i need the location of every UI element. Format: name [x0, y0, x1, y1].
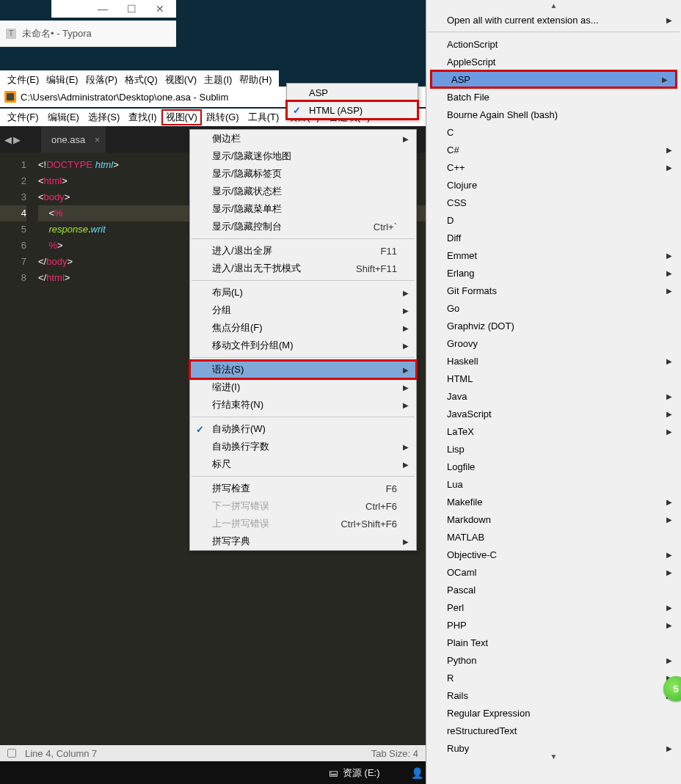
syntax-item[interactable]: JavaScript▶	[426, 405, 681, 422]
taskbar-drive[interactable]: 🖴 资源 (E:)	[329, 766, 380, 780]
typora-title: 未命名• - Typora	[22, 27, 92, 40]
view-menu-item[interactable]: 进入/退出全屏F11	[190, 242, 416, 260]
tab-close-icon[interactable]: ×	[95, 134, 101, 145]
syntax-item[interactable]: LaTeX▶	[426, 422, 681, 440]
syntax-item[interactable]: Objective-C▶	[426, 546, 681, 563]
sublime-menu-item[interactable]: 文件(F)	[3, 109, 43, 125]
sublime-menu-item[interactable]: 编辑(E)	[43, 109, 84, 125]
user-icon[interactable]: 👤	[411, 767, 423, 779]
sublime-menu-item[interactable]: 视图(V)	[161, 109, 202, 125]
syntax-item[interactable]: Lisp	[426, 440, 681, 458]
syntax-item[interactable]: Python▶	[426, 651, 681, 669]
syntax-item[interactable]: R▶	[426, 669, 681, 686]
view-menu-item[interactable]: ✓自动换行(W)	[190, 420, 416, 438]
sublime-menu-item[interactable]: 选择(S)	[84, 109, 124, 125]
syntax-item[interactable]: CSS	[426, 194, 681, 211]
view-menu-item[interactable]: 显示/隐藏迷你地图	[190, 147, 416, 165]
syntax-item[interactable]: Erlang▶	[426, 264, 681, 282]
syntax-menu[interactable]: ▲ Open all with current extension as... …	[426, 0, 681, 784]
sublime-menu-item[interactable]: 工具(T)	[244, 109, 284, 125]
typora-menu-item[interactable]: 主题(I)	[201, 72, 235, 88]
close-button[interactable]: ✕	[156, 3, 164, 15]
view-menu-item: 上一拼写错误Ctrl+Shift+F6	[190, 515, 416, 532]
view-menu-item[interactable]: 侧边栏▶	[190, 130, 416, 147]
drive-label: 资源 (E:)	[343, 766, 380, 780]
typora-menu-item[interactable]: 视图(V)	[162, 72, 200, 88]
syntax-item[interactable]: OCaml▶	[426, 563, 681, 581]
syntax-item[interactable]: PHP▶	[426, 616, 681, 634]
syntax-item[interactable]: HTML	[426, 370, 681, 387]
view-menu-item[interactable]: 布局(L)▶	[190, 284, 416, 301]
minimize-button[interactable]: —	[98, 3, 108, 15]
line-number: 3	[0, 189, 26, 205]
view-menu-item[interactable]: 语法(S)▶	[190, 361, 416, 378]
syntax-item[interactable]: AppleScript	[426, 53, 681, 70]
syntax-item[interactable]: Go	[426, 299, 681, 317]
view-menu-item[interactable]: 显示/隐藏菜单栏	[190, 200, 416, 218]
chevron-right-icon: ▶	[666, 252, 672, 260]
syntax-item[interactable]: C	[426, 123, 681, 141]
tab-one-asa[interactable]: one.asa ×	[41, 126, 106, 153]
asp-submenu[interactable]: ASP✓HTML (ASP)	[286, 83, 418, 120]
separator	[428, 32, 680, 32]
syntax-item[interactable]: Clojure	[426, 176, 681, 194]
view-menu-item[interactable]: 显示/隐藏状态栏	[190, 183, 416, 200]
syntax-item[interactable]: Markdown▶	[426, 510, 681, 528]
chevron-right-icon: ▶	[403, 538, 409, 546]
syntax-item[interactable]: C#▶	[426, 141, 681, 158]
view-menu-item[interactable]: 进入/退出无干扰模式Shift+F11	[190, 260, 416, 277]
typora-menu-item[interactable]: 编辑(E)	[43, 72, 81, 88]
syntax-item[interactable]: Groovy	[426, 334, 681, 352]
view-menu-item[interactable]: 移动文件到分组(M)▶	[190, 337, 416, 354]
syntax-item[interactable]: Regular Expression	[426, 704, 681, 722]
syntax-item[interactable]: MATLAB	[426, 528, 681, 546]
syntax-item[interactable]: Batch File	[426, 88, 681, 106]
syntax-item[interactable]: Lua	[426, 475, 681, 493]
view-menu-item[interactable]: 拼写字典▶	[190, 532, 416, 550]
syntax-item[interactable]: Diff	[426, 229, 681, 246]
asp-menu-item[interactable]: ✓HTML (ASP)	[287, 101, 418, 119]
view-menu-item[interactable]: 标尺▶	[190, 455, 416, 473]
syntax-item[interactable]: Logfile	[426, 458, 681, 475]
syntax-item[interactable]: Makefile▶	[426, 493, 681, 510]
asp-menu-item[interactable]: ASP	[287, 84, 418, 101]
syntax-item[interactable]: Graphviz (DOT)	[426, 317, 681, 334]
syntax-item[interactable]: ActionScript	[426, 35, 681, 53]
sublime-menu-item[interactable]: 查找(I)	[124, 109, 161, 125]
tab-nav[interactable]: ◀▶	[0, 134, 25, 145]
view-menu-item[interactable]: 缩进(I)▶	[190, 378, 416, 396]
syntax-item[interactable]: Haskell▶	[426, 352, 681, 370]
syntax-item[interactable]: ASP▶	[431, 70, 677, 88]
syntax-item[interactable]: Emmet▶	[426, 246, 681, 264]
syntax-label: Batch File	[447, 92, 489, 103]
syntax-item[interactable]: Pascal	[426, 581, 681, 598]
scroll-down-icon[interactable]: ▼	[426, 751, 681, 762]
syntax-item[interactable]: Perl▶	[426, 598, 681, 616]
view-menu-item[interactable]: 显示/隐藏控制台Ctrl+`	[190, 218, 416, 235]
syntax-item[interactable]: Plain Text	[426, 634, 681, 651]
scroll-up-icon[interactable]: ▲	[426, 0, 681, 11]
status-right[interactable]: Tab Size: 4	[371, 748, 418, 759]
typora-menu-item[interactable]: 文件(E)	[4, 72, 42, 88]
syntax-item[interactable]: Java▶	[426, 387, 681, 405]
view-menu-item[interactable]: 焦点分组(F)▶	[190, 319, 416, 337]
menu-label: 显示/隐藏控制台	[212, 220, 282, 233]
syntax-item[interactable]: Rails▶	[426, 686, 681, 704]
maximize-button[interactable]: ☐	[127, 3, 136, 15]
syntax-item[interactable]: reStructuredText	[426, 722, 681, 739]
view-menu-item[interactable]: 行结束符(N)▶	[190, 396, 416, 414]
syntax-item[interactable]: C++▶	[426, 158, 681, 176]
typora-menu-item[interactable]: 段落(P)	[83, 72, 120, 88]
view-menu-item[interactable]: 显示/隐藏标签页	[190, 165, 416, 183]
syntax-open-all[interactable]: Open all with current extension as... ▶	[426, 11, 681, 29]
view-submenu[interactable]: 侧边栏▶显示/隐藏迷你地图显示/隐藏标签页显示/隐藏状态栏显示/隐藏菜单栏显示/…	[189, 129, 417, 551]
view-menu-item[interactable]: 分组▶	[190, 301, 416, 319]
syntax-item[interactable]: Bourne Again Shell (bash)	[426, 106, 681, 123]
view-menu-item[interactable]: 自动换行字数▶	[190, 438, 416, 455]
sublime-menu-item[interactable]: 跳转(G)	[202, 109, 244, 125]
typora-menu-item[interactable]: 帮助(H)	[236, 72, 274, 88]
typora-menu-item[interactable]: 格式(Q)	[122, 72, 161, 88]
syntax-item[interactable]: D	[426, 211, 681, 229]
view-menu-item[interactable]: 拼写检查F6	[190, 480, 416, 497]
syntax-item[interactable]: Git Formats▶	[426, 282, 681, 299]
